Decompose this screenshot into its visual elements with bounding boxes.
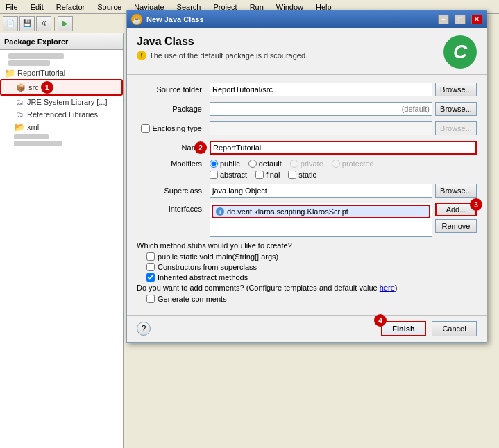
footer-right: 4 Finish Cancel <box>381 321 477 336</box>
final-checkbox[interactable] <box>255 171 264 179</box>
tree-item-src[interactable]: 📦 src 1 <box>0 79 123 96</box>
modifier-default-label: default <box>259 160 282 168</box>
interfaces-area: i de.verit.klaros.scripting.KlarosScript… <box>210 203 477 237</box>
help-button[interactable]: ? <box>137 322 151 336</box>
main-method-row: public static void main(String[] args) <box>146 252 477 261</box>
toolbar-save[interactable]: 💾 <box>19 16 35 31</box>
modifier-public[interactable]: public <box>210 160 240 168</box>
modifier-public-radio[interactable] <box>210 160 218 168</box>
dialog-header: Java Class ! The use of the default pack… <box>127 28 487 75</box>
interface-info-icon: i <box>216 207 224 216</box>
close-button[interactable]: ✕ <box>471 15 482 24</box>
list-item[interactable] <box>0 60 123 67</box>
panel-title: Package Explorer <box>4 37 68 46</box>
list-item[interactable] <box>0 53 123 60</box>
list-item[interactable] <box>0 140 123 147</box>
ref-lib-icon: 🗂 <box>14 109 25 120</box>
enclosing-type-browse: Browse... <box>435 121 477 135</box>
abstract-label: abstract <box>220 171 247 179</box>
interface-name: de.verit.klaros.scripting.KlarosScript <box>227 207 348 216</box>
modifier-protected[interactable]: protected <box>332 160 374 168</box>
lib-icon: 🗂 <box>14 96 25 107</box>
interfaces-label: Interfaces: <box>137 203 210 213</box>
modifier-private[interactable]: private <box>290 160 323 168</box>
enclosing-type-row: Enclosing type: Browse... <box>137 121 477 136</box>
list-item[interactable] <box>0 133 123 140</box>
cancel-button[interactable]: Cancel <box>432 321 477 336</box>
superclass-browse[interactable]: Browse... <box>435 184 477 198</box>
menu-file[interactable]: File <box>3 1 21 12</box>
modifier-public-label: public <box>220 160 240 168</box>
name-input[interactable] <box>210 141 477 155</box>
finish-button-wrapper: 4 Finish <box>381 321 426 336</box>
modifier-private-radio[interactable] <box>290 160 298 168</box>
dialog-header-left: Java Class ! The use of the default pack… <box>137 35 307 60</box>
modifier-default[interactable]: default <box>248 160 282 168</box>
menu-source[interactable]: Source <box>94 1 124 12</box>
dialog-body: Source folder: Browse... Package: (defau… <box>127 75 487 312</box>
package-row: Package: (default) Browse... <box>137 101 477 117</box>
package-input[interactable] <box>210 102 432 116</box>
modifier-protected-radio[interactable] <box>332 160 340 168</box>
menu-edit[interactable]: Edit <box>28 1 46 12</box>
source-folder-browse[interactable]: Browse... <box>435 83 477 96</box>
maximize-button[interactable]: □ <box>455 15 466 24</box>
generate-comments-label: Generate comments <box>158 295 227 303</box>
static-label: static <box>298 171 316 179</box>
constructor-checkbox[interactable] <box>146 263 155 271</box>
new-java-class-dialog: ☕ New Java Class – □ ✕ Java Class ! The … <box>126 10 487 343</box>
toolbar-new[interactable]: 📄 <box>3 16 18 31</box>
comments-label: Do you want to add comments? (Configure … <box>137 284 477 292</box>
tree-item-xml[interactable]: 📂 xml <box>0 121 123 133</box>
method-stubs-label: Which method stubs would you like to cre… <box>137 241 477 250</box>
interface-item[interactable]: i de.verit.klaros.scripting.KlarosScript <box>212 205 430 218</box>
toolbar-print[interactable]: 🖨 <box>36 16 51 31</box>
enclosing-type-input[interactable] <box>210 121 432 135</box>
package-browse[interactable]: Browse... <box>435 102 477 116</box>
minimize-button[interactable]: – <box>438 15 449 24</box>
static-checkbox[interactable] <box>288 171 296 179</box>
main-method-label: public static void main(String[] args) <box>158 252 278 261</box>
superclass-row: Superclass: Browse... <box>137 183 477 198</box>
menu-refactor[interactable]: Refactor <box>53 1 88 12</box>
tree-area: 📁 ReportTutorial 📦 src 1 🗂 JRE System Li… <box>0 50 123 150</box>
ref-libs-label: Referenced Libraries <box>27 110 98 119</box>
tree-item-report-tutorial[interactable]: 📁 ReportTutorial <box>0 67 123 79</box>
dialog-warning: ! The use of the default package is disc… <box>137 51 307 60</box>
tree-item-ref-libs[interactable]: 🗂 Referenced Libraries <box>0 108 123 121</box>
panel-header: Package Explorer <box>0 33 123 50</box>
package-explorer-panel: Package Explorer 📁 ReportTutorial 📦 src … <box>0 33 124 448</box>
constructor-label: Constructors from superclass <box>158 263 257 271</box>
dialog-icon: ☕ <box>131 14 142 25</box>
final-label: final <box>266 171 280 179</box>
inherited-abstract-label: Inherited abstract methods <box>158 273 248 282</box>
main-method-checkbox[interactable] <box>146 252 155 261</box>
comments-link[interactable]: here <box>380 284 395 292</box>
enclosing-type-checkbox[interactable] <box>141 124 150 133</box>
xml-label: xml <box>27 123 39 131</box>
abstract-checkbox-item[interactable]: abstract <box>210 171 247 179</box>
toolbar-run[interactable]: ▶ <box>58 16 73 31</box>
static-checkbox-item[interactable]: static <box>288 171 316 179</box>
remove-interface-button[interactable]: Remove <box>435 219 477 233</box>
generate-comments-checkbox[interactable] <box>146 295 155 303</box>
dialog-footer: ? 4 Finish Cancel <box>127 315 487 342</box>
footer-left: ? <box>137 322 151 336</box>
finish-button[interactable]: Finish <box>381 321 426 336</box>
warning-icon: ! <box>137 51 146 60</box>
modifier-default-radio[interactable] <box>248 160 257 168</box>
source-folder-input[interactable] <box>210 83 432 96</box>
modifier-protected-label: protected <box>342 160 374 168</box>
step-2-badge: 2 <box>194 141 207 154</box>
modifier-checkboxes-row: abstract final static <box>210 171 477 179</box>
interfaces-row: Interfaces: i de.verit.klaros.scripting.… <box>137 203 477 237</box>
superclass-label: Superclass: <box>137 187 210 195</box>
jre-label: JRE System Library [...] <box>27 98 108 106</box>
inherited-abstract-checkbox[interactable] <box>146 273 155 282</box>
source-folder-label: Source folder: <box>137 85 210 94</box>
superclass-input[interactable] <box>210 184 432 198</box>
abstract-checkbox[interactable] <box>210 171 218 179</box>
inherited-abstract-row: Inherited abstract methods <box>146 273 477 282</box>
final-checkbox-item[interactable]: final <box>255 171 280 179</box>
tree-item-jre[interactable]: 🗂 JRE System Library [...] <box>0 96 123 108</box>
